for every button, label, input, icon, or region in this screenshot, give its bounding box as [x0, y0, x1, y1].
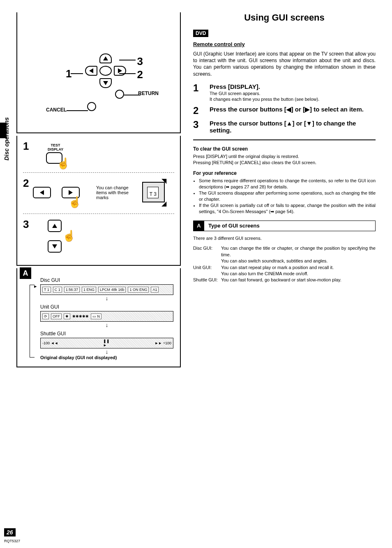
left-column: 1 2 3 RETURN CANCEL [16, 12, 181, 370]
type-disc-desc: You can change the title or chapter, or … [221, 245, 376, 264]
page-code: RQT5327 [4, 539, 20, 543]
type-shuttle-term: Shuttle GUI: [193, 277, 221, 283]
step3-number: 3 [193, 120, 203, 134]
section-a-badge: A [20, 267, 31, 279]
shuttle-ff: ►► +100 [154, 341, 171, 345]
shuttle-gui-bar: -100 ◄◄ ❚❚► ►► +100 [40, 338, 173, 348]
arrow-down-icon: ◢ [161, 200, 166, 207]
ref-item-3: If the GUI screen is partially cut off o… [199, 202, 376, 215]
step1-button-label: TEST DISPLAY [48, 143, 63, 151]
cancel-label: CANCEL [46, 107, 67, 113]
cancel-button-icon [87, 102, 96, 111]
step-2-section: 2 ☝ You can change items with these mark… [23, 173, 174, 214]
step1-num: 1 [23, 140, 29, 152]
unit-cinema-cell: ▭ N [91, 313, 101, 319]
hand-icon-2: ☝ [68, 196, 81, 209]
disc-audio-cell: 1 ENG [82, 287, 96, 293]
type-shuttle-desc: You can fast forward, go backward or sta… [221, 277, 376, 283]
right-column: Using GUI screens DVD Remote control onl… [193, 12, 376, 370]
step1-sub1: The GUI screen appears. [210, 91, 376, 96]
gui-types-panel: A Disc GUI T 1 C 1 1:56:37 1 ENG LPCM 48… [16, 268, 181, 367]
section-a-title: Type of GUI screens [204, 221, 264, 230]
page-number: 26 [4, 528, 16, 536]
disc-angle-cell: A1 [151, 287, 159, 293]
arrow-up-icon: ◥ [161, 177, 166, 185]
disc-lpcm-cell: LPCM 48k 16b [98, 287, 126, 293]
hand-icon-1: ☝ [57, 157, 70, 170]
enter-button-icon [99, 66, 112, 76]
section-a-header: A Type of GUI screens [193, 221, 376, 231]
shuttle-gui-label: Shuttle GUI [40, 331, 173, 337]
step3-num: 3 [23, 218, 29, 230]
arrow-1: ↓ [40, 295, 173, 302]
left-cursor-button [33, 187, 51, 198]
disc-gui-bar: T 1 C 1 1:56:37 1 ENG LPCM 48k 16b 1 ON … [40, 284, 173, 295]
divider-1 [193, 139, 376, 140]
original-display-label: Original display (GUI not displayed) [40, 355, 173, 360]
cycle-bracket: ▸ [30, 285, 35, 358]
clear-heading: To clear the GUI screen [193, 146, 376, 152]
type-row-shuttle: Shuttle GUI: You can fast forward, go ba… [193, 277, 376, 283]
step3-title: Press the cursor buttons [▲] or [▼] to c… [210, 120, 376, 134]
instruction-step-1: 1 Press [DISPLAY]. The GUI screen appear… [193, 83, 376, 102]
up-button-icon [99, 53, 112, 63]
step2-note: You can change items with these marks [96, 185, 137, 200]
step1-title: Press [DISPLAY]. [210, 83, 376, 90]
return-label: RETURN [138, 91, 159, 96]
disc-t-cell: T 1 [42, 287, 51, 293]
ref-item-2: The GUI screens disappear after performi… [199, 190, 376, 202]
type-disc-term: Disc GUI: [193, 245, 221, 264]
unit-off-cell: OFF [51, 313, 62, 319]
step-1-section: 1 TEST DISPLAY ☝ [23, 136, 174, 173]
gui-types-table: Disc GUI: You can change the title or ch… [193, 245, 376, 283]
arrow-3: ↓ [40, 348, 173, 355]
clear-body-2: Pressing [RETURN] or [CANCEL] also clear… [193, 160, 376, 166]
clear-body-1: Press [DISPLAY] until the original displ… [193, 153, 376, 160]
ref-item-1: Some items require different operations … [199, 178, 376, 190]
unit-marker-cell: ✱ [64, 313, 70, 319]
type-row-unit: Unit GUI: You can start repeat play or m… [193, 265, 376, 277]
up-cursor-button [48, 220, 62, 232]
disc-c-cell: C 1 [53, 287, 62, 293]
reference-heading: For your reference [193, 170, 376, 176]
step2-num: 2 [23, 177, 29, 189]
hand-icon-3: ☝ [62, 230, 76, 242]
dvd-badge: DVD [193, 30, 208, 37]
left-button-icon [85, 66, 97, 76]
step2-number: 2 [193, 106, 203, 116]
type-unit-term: Unit GUI: [193, 265, 221, 277]
instruction-step-2: 2 Press the cursor buttons [◀] or [▶] to… [193, 106, 376, 116]
disc-gui-label: Disc GUI [40, 277, 173, 283]
type-unit-desc: You can start repeat play or mark a posi… [221, 265, 376, 277]
shuttle-pause: ❚❚► [103, 339, 110, 347]
side-section-label: Disc operations [3, 117, 10, 160]
remote-diagram-panel: 1 2 3 RETURN CANCEL [16, 12, 181, 133]
page-title: Using GUI screens [193, 12, 376, 23]
down-button-icon [99, 78, 112, 88]
disc-time-cell: 1:56:37 [64, 287, 80, 293]
step-3-section: 3 ☝ [23, 214, 174, 259]
instruction-step-3: 3 Press the cursor buttons [▲] or [▼] to… [193, 120, 376, 134]
diagram-label-3: 3 [137, 55, 143, 68]
unit-gui-bar: ⟳ OFF ✱ ✱✱✱✱✱ ▭ N [40, 311, 173, 322]
steps-panel: 1 TEST DISPLAY ☝ 2 ☝ You can change item… [16, 136, 181, 266]
section-a-letter: A [194, 221, 204, 231]
step1-number: 1 [193, 83, 203, 102]
marked-item-box: T 3 ◥ ◢ [142, 182, 165, 202]
arrow-2: ↓ [40, 322, 173, 328]
unit-stars: ✱✱✱✱✱ [72, 314, 89, 318]
unit-gui-label: Unit GUI [40, 304, 173, 310]
remote-only-heading: Remote control only [193, 41, 376, 47]
step2-title: Press the cursor buttons [◀] or [▶] to s… [210, 106, 376, 113]
reference-list: Some items require different operations … [193, 178, 376, 214]
unit-repeat-cell: ⟳ [42, 313, 49, 319]
type-row-disc: Disc GUI: You can change the title or ch… [193, 245, 376, 264]
types-intro: There are 3 different GUI screens. [193, 235, 376, 241]
return-button-icon [115, 90, 124, 99]
shuttle-rew: -100 ◄◄ [42, 341, 58, 345]
step1-sub2: It changes each time you press the butto… [210, 97, 376, 102]
intro-text: GUI (Graphic User Interface) are icons t… [193, 51, 376, 77]
down-cursor-button [48, 240, 62, 253]
disc-sub-cell: 1 ON ENG [128, 287, 149, 293]
right-button-icon [114, 66, 126, 76]
